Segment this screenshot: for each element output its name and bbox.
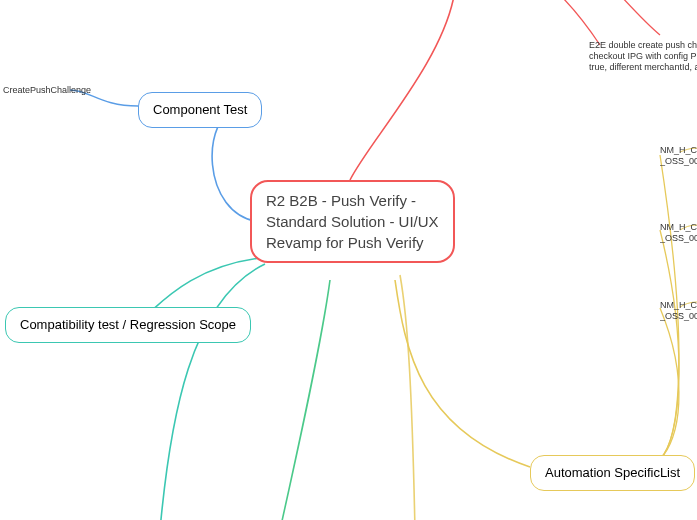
leaf-nm-3[interactable]: NM_H_CC _OSS_00 — [660, 300, 697, 322]
branch-automation-list[interactable]: Automation SpecificList — [530, 455, 695, 491]
leaf-e2e-double[interactable]: E2E double create push challenge checkou… — [589, 40, 697, 72]
root-node[interactable]: R2 B2B - Push Verify - Standard Solution… — [250, 180, 455, 263]
branch-automation-list-label: Automation SpecificList — [545, 465, 680, 480]
leaf-create-push-challenge[interactable]: CreatePushChallenge — [3, 85, 91, 96]
branch-component-test[interactable]: Component Test — [138, 92, 262, 128]
branch-component-test-label: Component Test — [153, 102, 247, 117]
leaf-nm-1[interactable]: NM_H_CC _OSS_00 — [660, 145, 697, 167]
branch-compat-regression-label: Compatibility test / Regression Scope — [20, 317, 236, 332]
branch-compat-regression[interactable]: Compatibility test / Regression Scope — [5, 307, 251, 343]
root-title: R2 B2B - Push Verify - Standard Solution… — [266, 192, 439, 251]
leaf-nm-2[interactable]: NM_H_CC _OSS_00 — [660, 222, 697, 244]
